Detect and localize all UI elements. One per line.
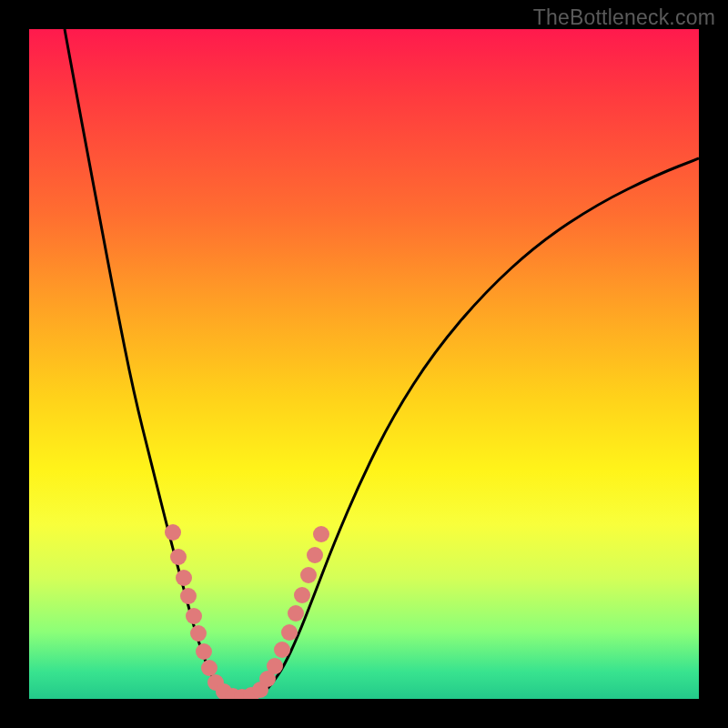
highlight-dot xyxy=(180,588,197,604)
highlight-dot xyxy=(186,608,202,624)
highlight-dot xyxy=(294,587,310,603)
highlight-dots xyxy=(165,524,329,699)
highlight-dot xyxy=(201,660,217,676)
highlight-dot xyxy=(313,526,329,542)
highlight-dot xyxy=(274,642,290,658)
highlight-dot xyxy=(281,624,298,641)
chart-frame: TheBottleneck.com xyxy=(0,0,728,728)
highlight-dot xyxy=(165,524,181,541)
highlight-dot xyxy=(267,658,283,674)
highlight-dot xyxy=(196,643,212,660)
highlight-dot xyxy=(176,570,192,586)
highlight-dot xyxy=(190,625,207,642)
highlight-dot xyxy=(288,605,304,622)
plot-area xyxy=(29,29,699,699)
highlight-dot xyxy=(170,549,187,565)
highlight-dot xyxy=(300,567,317,583)
bottleneck-curve xyxy=(65,29,699,699)
highlight-dot xyxy=(307,547,323,563)
chart-svg xyxy=(29,29,699,699)
attribution-label: TheBottleneck.com xyxy=(533,5,715,30)
